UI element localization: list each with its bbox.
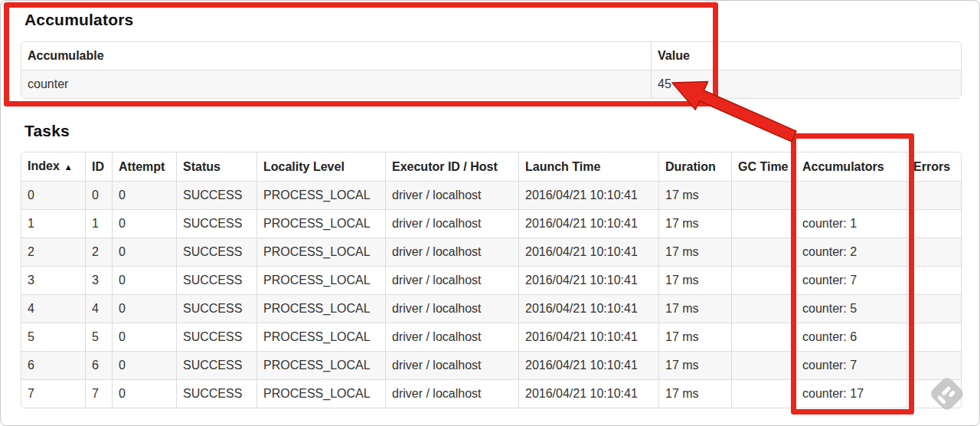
cell-accumulators: counter: 1: [795, 209, 906, 238]
cell-launch_time: 2016/04/21 10:10:41: [518, 182, 658, 209]
cell-launch_time: 2016/04/21 10:10:41: [518, 294, 658, 323]
cell-locality_level: PROCESS_LOCAL: [256, 294, 385, 323]
accumulators-header-row: Accumulable Value: [21, 42, 961, 70]
cell-attempt: 0: [112, 238, 176, 266]
cell-status: SUCCESS: [176, 379, 256, 408]
page-content: Accumulators Accumulable Value counter 4…: [1, 1, 979, 408]
cell-gc_time: [731, 294, 795, 323]
cell-index: 6: [21, 351, 85, 379]
column-header-accumulable[interactable]: Accumulable: [21, 42, 651, 70]
cell-status: SUCCESS: [176, 294, 256, 323]
cell-locality_level: PROCESS_LOCAL: [256, 351, 385, 379]
accumulators-table: Accumulable Value counter 45: [21, 41, 962, 99]
column-header-status[interactable]: Status: [176, 152, 256, 182]
cell-executor_id_host: driver / localhost: [385, 238, 518, 266]
column-header-id[interactable]: ID: [85, 152, 112, 182]
column-header-value[interactable]: Value: [651, 42, 961, 70]
cell-attempt: 0: [112, 379, 176, 408]
cell-attempt: 0: [112, 351, 176, 379]
column-header-index[interactable]: Index▲: [21, 152, 85, 182]
cell-id: 6: [85, 351, 112, 379]
tasks-header-row: Index▲ ID Attempt Status Locality Level …: [21, 152, 961, 182]
cell-id: 5: [85, 323, 112, 351]
column-header-index-label: Index: [28, 159, 60, 172]
cell-id: 2: [85, 238, 112, 266]
cell-index: 1: [21, 209, 85, 238]
cell-index: 4: [21, 294, 85, 323]
cell-value: 45: [651, 70, 961, 98]
column-header-duration[interactable]: Duration: [658, 152, 731, 182]
table-row: 440SUCCESSPROCESS_LOCALdriver / localhos…: [21, 294, 961, 323]
cell-errors: [906, 238, 961, 266]
spark-ui-stage-page: Accumulators Accumulable Value counter 4…: [0, 0, 980, 426]
cell-id: 0: [85, 182, 112, 209]
cell-status: SUCCESS: [176, 238, 256, 266]
table-row: 660SUCCESSPROCESS_LOCALdriver / localhos…: [21, 351, 961, 379]
cell-id: 7: [85, 379, 112, 408]
cell-errors: [906, 379, 961, 408]
tasks-table-body: 000SUCCESSPROCESS_LOCALdriver / localhos…: [21, 182, 961, 408]
column-header-gc-time[interactable]: GC Time: [731, 152, 795, 182]
cell-executor_id_host: driver / localhost: [385, 323, 518, 351]
cell-errors: [906, 182, 961, 209]
table-row: 220SUCCESSPROCESS_LOCALdriver / localhos…: [21, 238, 961, 266]
cell-attempt: 0: [112, 209, 176, 238]
column-header-launch-time[interactable]: Launch Time: [518, 152, 658, 182]
cell-status: SUCCESS: [176, 266, 256, 294]
sort-ascending-icon: ▲: [64, 162, 73, 172]
cell-id: 3: [85, 266, 112, 294]
cell-gc_time: [731, 209, 795, 238]
cell-locality_level: PROCESS_LOCAL: [256, 238, 385, 266]
cell-errors: [906, 209, 961, 238]
cell-accumulators: counter: 5: [795, 294, 906, 323]
cell-attempt: 0: [112, 182, 176, 209]
cell-errors: [906, 266, 961, 294]
cell-status: SUCCESS: [176, 209, 256, 238]
cell-gc_time: [731, 379, 795, 408]
cell-accumulators: counter: 7: [795, 351, 906, 379]
column-header-executor-id-host[interactable]: Executor ID / Host: [385, 152, 518, 182]
cell-locality_level: PROCESS_LOCAL: [256, 323, 385, 351]
cell-status: SUCCESS: [176, 182, 256, 209]
cell-launch_time: 2016/04/21 10:10:41: [518, 351, 658, 379]
cell-index: 5: [21, 323, 85, 351]
table-row: counter 45: [21, 70, 961, 98]
cell-index: 0: [21, 182, 85, 209]
accumulators-section-title: Accumulators: [24, 11, 979, 29]
table-row: 550SUCCESSPROCESS_LOCALdriver / localhos…: [21, 323, 961, 351]
cell-locality_level: PROCESS_LOCAL: [256, 182, 385, 209]
cell-executor_id_host: driver / localhost: [385, 294, 518, 323]
cell-accumulators: counter: 6: [795, 323, 906, 351]
column-header-attempt[interactable]: Attempt: [112, 152, 176, 182]
column-header-accumulators[interactable]: Accumulators: [795, 152, 906, 182]
cell-locality_level: PROCESS_LOCAL: [256, 209, 385, 238]
cell-launch_time: 2016/04/21 10:10:41: [518, 209, 658, 238]
cell-executor_id_host: driver / localhost: [385, 379, 518, 408]
cell-locality_level: PROCESS_LOCAL: [256, 379, 385, 408]
cell-errors: [906, 294, 961, 323]
cell-errors: [906, 351, 961, 379]
cell-gc_time: [731, 238, 795, 266]
cell-duration: 17 ms: [658, 351, 731, 379]
cell-duration: 17 ms: [658, 182, 731, 209]
table-row: 330SUCCESSPROCESS_LOCALdriver / localhos…: [21, 266, 961, 294]
column-header-errors[interactable]: Errors: [906, 152, 961, 182]
cell-accumulators: counter: 7: [795, 266, 906, 294]
cell-attempt: 0: [112, 266, 176, 294]
cell-gc_time: [731, 266, 795, 294]
cell-accumulators: [795, 182, 906, 209]
cell-gc_time: [731, 323, 795, 351]
cell-index: 3: [21, 266, 85, 294]
cell-locality_level: PROCESS_LOCAL: [256, 266, 385, 294]
cell-duration: 17 ms: [658, 209, 731, 238]
cell-gc_time: [731, 182, 795, 209]
cell-id: 1: [85, 209, 112, 238]
cell-index: 2: [21, 238, 85, 266]
cell-status: SUCCESS: [176, 351, 256, 379]
cell-launch_time: 2016/04/21 10:10:41: [518, 379, 658, 408]
cell-accumulators: counter: 17: [795, 379, 906, 408]
column-header-locality-level[interactable]: Locality Level: [256, 152, 385, 182]
cell-id: 4: [85, 294, 112, 323]
cell-accumulators: counter: 2: [795, 238, 906, 266]
cell-errors: [906, 323, 961, 351]
